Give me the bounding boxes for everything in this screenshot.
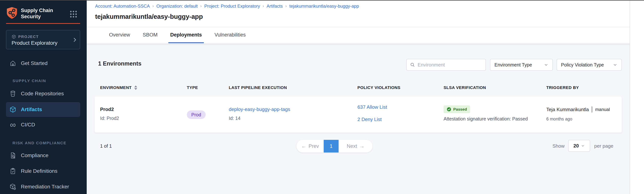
sidebar-item-label: Artifacts [21, 107, 42, 112]
column-header-type: TYPE [187, 85, 198, 90]
pipeline-execution-id: Id: 14 [229, 116, 240, 121]
breadcrumb-artifacts-link[interactable]: Artifacts [266, 3, 283, 9]
sidebar-item-label: Rule Definitions [21, 168, 58, 174]
breadcrumb-organization-link[interactable]: Organization: default [156, 3, 198, 9]
prev-arrow-icon: ← [301, 143, 306, 149]
sidebar-item-remediation-tracker[interactable]: Remediation Tracker [9, 182, 69, 191]
triggered-by: Teja Kummarikuntla manual [546, 107, 610, 112]
trigger-type: manual [595, 107, 610, 112]
page-summary: 1 of 1 [100, 143, 112, 149]
clipboard-check-icon [9, 168, 16, 175]
per-page-label: per page [594, 143, 614, 149]
breadcrumb-project-link[interactable]: Project: Product Exploratory [204, 3, 260, 9]
column-header-environment[interactable]: ENVIRONMENT [100, 85, 137, 90]
page-number-button[interactable]: 1 [324, 140, 338, 153]
chevron-down-icon [613, 63, 617, 67]
prev-page-button[interactable]: ← Prev [296, 140, 324, 153]
sidebar: Supply Chain Security PROJECT Product Ex… [0, 0, 87, 194]
environment-type-filter[interactable]: Environment Type [490, 59, 553, 71]
search-icon [410, 62, 415, 68]
tab-deployments[interactable]: Deployments [168, 27, 204, 43]
sort-icon[interactable] [134, 85, 137, 90]
sidebar-item-get-started[interactable]: Get Started [9, 59, 48, 68]
environment-search[interactable] [406, 59, 486, 71]
page-size-select[interactable]: 20 [568, 140, 590, 152]
project-cube-icon [12, 34, 16, 39]
sidebar-item-label: Code Repositories [21, 91, 64, 97]
check-circle-icon [446, 107, 452, 112]
environment-name: Prod2 [100, 107, 114, 112]
column-header-policy-violations: POLICY VIOLATIONS [358, 85, 400, 90]
project-name: Product Exploratory [12, 40, 58, 46]
tab-overview[interactable]: Overview [107, 27, 132, 43]
supply-chain-security-logo-shield-icon [6, 7, 18, 19]
scrollbar-track[interactable] [630, 0, 644, 194]
allow-list-link[interactable]: 637 Allow List [358, 104, 387, 110]
sidebar-item-label: Remediation Tracker [21, 184, 69, 190]
breadcrumb-account-link[interactable]: Account: Automation-SSCA [95, 3, 150, 9]
environment-search-input[interactable] [418, 62, 482, 68]
main-area: Account: Automation-SSCA › Organization:… [87, 0, 644, 194]
page-title: tejakummarikuntla/easy-buggy-app [95, 13, 203, 20]
sidebar-item-rule-definitions[interactable]: Rule Definitions [9, 167, 58, 176]
breadcrumb-separator: › [200, 4, 202, 8]
breadcrumb-separator: › [152, 4, 154, 8]
column-header-last-pipeline-execution: LAST PIPELINE EXECUTION [229, 85, 287, 90]
breadcrumb-separator: › [262, 4, 264, 8]
deny-list-link[interactable]: 2 Deny List [358, 117, 382, 122]
table-row[interactable]: Prod2 Id: Prod2 Prod deploy-easy-buggy-a… [94, 96, 622, 133]
code-repository-icon: </> [9, 90, 16, 97]
page-header: Account: Automation-SSCA › Organization:… [87, 0, 644, 27]
pagination: ← Prev 1 Next → [296, 140, 372, 153]
sidebar-section-supply-chain: SUPPLY CHAIN [12, 79, 46, 83]
environment-id: Id: Prod2 [100, 116, 119, 121]
show-label: Show [552, 143, 564, 149]
environment-type-badge: Prod [187, 110, 206, 119]
column-header-slsa-verification: SLSA VERIFICATION [444, 85, 486, 90]
document-search-icon [9, 152, 16, 159]
infinity-icon: ∞ [9, 121, 16, 128]
chevron-down-icon [544, 63, 548, 67]
slsa-status-badge: Passed [444, 105, 470, 113]
environments-count-heading: 1 Environments [98, 60, 142, 67]
box-wrench-icon [9, 183, 16, 190]
brand-accent-divider [6, 23, 80, 24]
slsa-detail-text: Attestation signature verification: Pass… [444, 116, 528, 122]
breadcrumb: Account: Automation-SSCA › Organization:… [95, 3, 359, 9]
breadcrumb-separator: › [285, 4, 286, 8]
policy-violation-type-filter[interactable]: Policy Violation Type [556, 59, 622, 71]
column-header-triggered-by: TRIGGERED BY [546, 85, 579, 90]
sidebar-item-label: CI/CD [21, 122, 35, 128]
svg-text:</>: </> [12, 93, 14, 95]
window-top-edge [0, 0, 644, 0]
sidebar-section-risk-and-compliance: RISK AND COMPLIANCE [12, 141, 66, 145]
next-arrow-icon: → [359, 143, 364, 149]
module-grid-icon[interactable] [70, 11, 77, 17]
artifact-cube-icon [9, 106, 16, 113]
sidebar-item-cicd[interactable]: ∞ CI/CD [9, 120, 35, 129]
deployments-content: 1 Environments Environment Type Policy V… [87, 44, 644, 194]
triggered-by-name: Teja Kummarikuntla [546, 107, 589, 112]
sidebar-item-label: Get Started [21, 60, 48, 66]
sidebar-item-label: Compliance [21, 153, 48, 159]
sidebar-item-code-repositories[interactable]: </> Code Repositories [9, 89, 64, 98]
app-title: Supply Chain Security [21, 7, 53, 20]
project-selector[interactable]: PROJECT Product Exploratory [6, 30, 80, 49]
vertical-divider [592, 107, 592, 112]
tab-sbom[interactable]: SBOM [141, 27, 160, 43]
breadcrumb-artifact-name-link[interactable]: tejakummarikuntla/easy-buggy-app [289, 3, 359, 9]
artifact-tabs: Overview SBOM Deployments Vulnerabilitie… [87, 27, 644, 43]
chevron-right-icon [72, 37, 78, 43]
pipeline-execution-link[interactable]: deploy-easy-buggy-app-tags [229, 107, 290, 112]
next-page-button[interactable]: Next → [338, 140, 372, 153]
sidebar-item-compliance[interactable]: Compliance [9, 151, 48, 160]
project-label: PROJECT [18, 35, 39, 39]
home-icon [9, 60, 16, 67]
chevron-down-icon [581, 144, 585, 148]
triggered-time: 6 months ago [546, 117, 572, 122]
sidebar-item-artifacts[interactable]: Artifacts [6, 102, 80, 117]
tab-vulnerabilities[interactable]: Vulnerabilities [213, 27, 248, 43]
